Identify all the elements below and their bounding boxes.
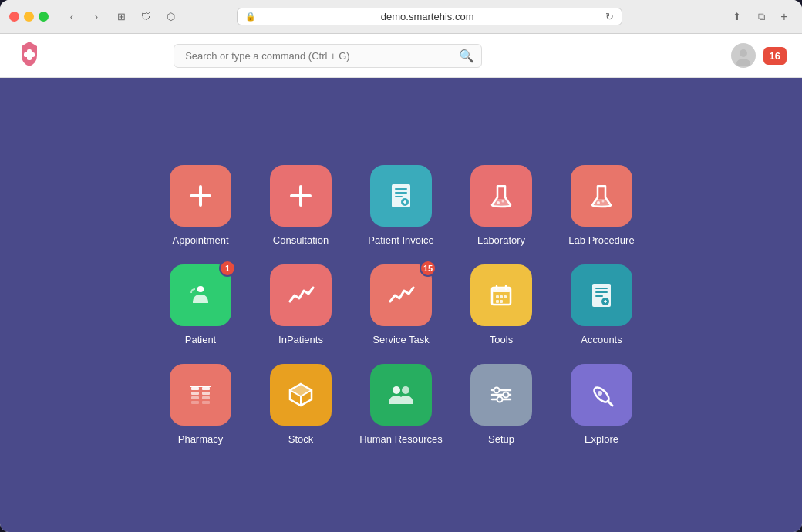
forward-button[interactable]: › [86,8,107,25]
browser-chrome: ‹ › ⊞ 🛡 ⬡ 🔒 demo.smartehis.com ↻ ⬆ ⧉ + [0,0,802,34]
app-item-service-task[interactable]: 15 Service Task [359,264,443,345]
laboratory-icon [470,165,532,227]
explore-label: Explore [585,433,618,445]
accounts-icon [571,264,632,326]
back-button[interactable]: ‹ [61,8,83,25]
svg-point-17 [502,200,504,203]
svg-point-16 [497,201,500,204]
appointment-label: Appointment [173,234,229,246]
svg-rect-9 [395,188,407,190]
browser-window: ‹ › ⊞ 🛡 ⬡ 🔒 demo.smartehis.com ↻ ⬆ ⧉ + [0,0,802,532]
svg-line-58 [608,401,612,406]
shield-button[interactable]: 🛡 [135,8,157,25]
stock-icon [270,364,332,426]
svg-point-19 [597,201,600,204]
app-grid: Appointment Consultation [135,142,667,468]
traffic-lights [9,12,49,22]
svg-rect-25 [504,295,507,298]
patient-label: Patient [185,334,216,345]
app-item-human-resources[interactable]: Human Resources [359,364,443,445]
human-resources-label: Human Resources [359,433,443,445]
lock-icon: 🔒 [245,12,256,22]
app-item-inpatients[interactable]: InPatients [258,264,343,345]
svg-rect-23 [496,295,499,298]
app-item-appointment[interactable]: Appointment [158,165,243,246]
app-item-pharmacy[interactable]: Pharmacy [158,364,243,445]
svg-point-55 [504,392,509,398]
setup-icon [470,364,532,426]
human-resources-icon [370,364,432,426]
user-avatar[interactable] [731,43,756,68]
app-item-accounts[interactable]: Accounts [559,264,644,345]
svg-point-54 [494,388,500,393]
tab-manager-button[interactable]: ⧉ [751,8,773,25]
header-right: 16 [731,43,787,68]
setup-label: Setup [488,433,514,445]
svg-rect-11 [395,196,403,197]
inpatients-icon [270,264,332,326]
refresh-button[interactable]: ↻ [605,11,614,22]
app-item-lab-procedure[interactable]: Lab Procedure [559,165,644,246]
app-item-tools[interactable]: Tools [459,264,544,345]
svg-rect-40 [202,392,210,395]
app-item-patient-invoice[interactable]: Patient Invoice [359,165,443,246]
service-task-icon: 15 [370,264,432,326]
pharmacy-label: Pharmacy [178,433,224,445]
url-text: demo.smartehis.com [261,11,595,22]
close-button[interactable] [9,12,19,22]
svg-rect-10 [395,192,407,194]
app-item-consultation[interactable]: Consultation [258,165,343,246]
svg-point-2 [740,49,747,57]
svg-point-50 [402,386,409,394]
svg-point-49 [393,386,400,394]
appointment-icon [170,165,231,227]
search-icon: 🔍 [459,49,474,63]
patient-badge: 1 [219,260,236,277]
svg-rect-27 [500,300,503,303]
address-bar[interactable]: 🔒 demo.smartehis.com ↻ [237,8,622,25]
service-task-label: Service Task [372,334,429,345]
tools-icon [470,264,532,326]
minimize-button[interactable] [24,12,34,22]
svg-rect-15 [497,185,506,187]
svg-rect-32 [595,291,608,293]
app-item-laboratory[interactable]: Laboratory [459,165,544,246]
consultation-label: Consultation [273,234,329,246]
svg-point-59 [598,391,602,396]
patient-invoice-icon [370,165,432,227]
laboratory-label: Laboratory [477,234,525,246]
app-item-explore[interactable]: Explore [559,364,644,445]
pharmacy-icon [170,364,231,426]
search-input[interactable] [174,44,482,68]
share-button[interactable]: ⬆ [726,8,748,25]
consultation-icon [270,165,332,227]
lab-procedure-icon [571,165,632,227]
maximize-button[interactable] [39,12,49,22]
svg-rect-22 [492,288,511,292]
svg-rect-18 [597,185,606,187]
explore-icon [571,364,632,426]
svg-point-3 [736,59,750,66]
patient-icon: 1 [170,264,231,326]
app-main: Appointment Consultation [0,78,802,532]
sidebar-button[interactable]: ⊞ [110,8,132,25]
svg-rect-41 [191,396,199,399]
app-item-patient[interactable]: 1 Patient [158,264,243,345]
svg-rect-37 [191,387,199,390]
svg-rect-44 [202,401,210,404]
accounts-label: Accounts [581,334,622,345]
app-item-setup[interactable]: Setup [459,364,544,445]
svg-rect-39 [191,392,199,395]
notification-badge[interactable]: 16 [763,47,787,65]
app-header: 🔍 16 [0,34,802,78]
svg-point-56 [497,397,503,402]
svg-rect-26 [496,300,499,303]
bookmark-button[interactable]: ⬡ [160,8,181,25]
app-logo[interactable] [15,40,43,71]
new-tab-button[interactable]: + [776,8,793,25]
lab-procedure-label: Lab Procedure [568,234,634,246]
svg-rect-42 [202,396,210,399]
service-task-badge: 15 [420,260,436,277]
app-item-stock[interactable]: Stock [258,364,343,445]
search-bar: 🔍 [174,44,482,68]
